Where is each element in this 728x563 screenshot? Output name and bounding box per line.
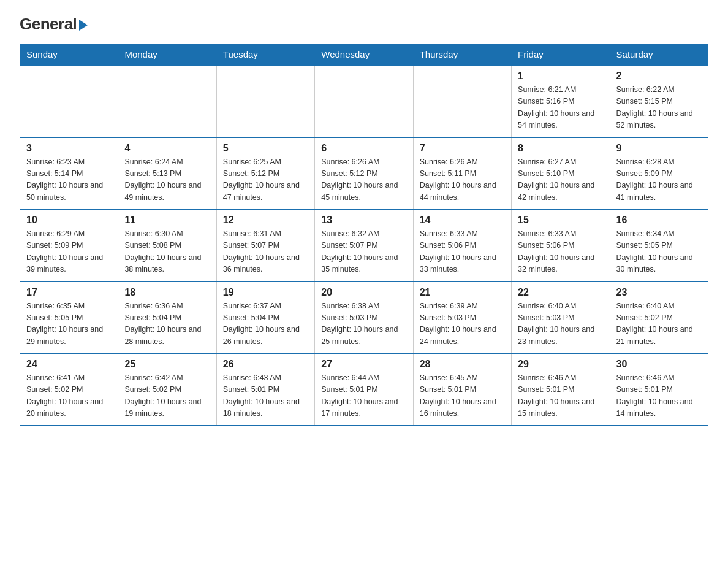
calendar-cell [20, 65, 118, 137]
calendar-cell: 20Sunrise: 6:38 AMSunset: 5:03 PMDayligh… [315, 282, 413, 354]
calendar-cell: 5Sunrise: 6:25 AMSunset: 5:12 PMDaylight… [216, 137, 314, 210]
calendar-cell: 22Sunrise: 6:40 AMSunset: 5:03 PMDayligh… [512, 282, 610, 354]
day-info: Sunrise: 6:46 AMSunset: 5:01 PMDaylight:… [518, 372, 603, 420]
day-info: Sunrise: 6:36 AMSunset: 5:04 PMDaylight:… [124, 301, 210, 348]
day-info: Sunrise: 6:29 AMSunset: 5:09 PMDaylight:… [26, 228, 112, 276]
calendar-cell: 25Sunrise: 6:42 AMSunset: 5:02 PMDayligh… [118, 353, 216, 426]
day-info: Sunrise: 6:46 AMSunset: 5:01 PMDaylight:… [616, 372, 702, 420]
day-number: 1 [518, 71, 603, 82]
calendar-cell: 11Sunrise: 6:30 AMSunset: 5:08 PMDayligh… [118, 209, 216, 282]
calendar-cell: 29Sunrise: 6:46 AMSunset: 5:01 PMDayligh… [512, 353, 610, 426]
calendar-week-3: 10Sunrise: 6:29 AMSunset: 5:09 PMDayligh… [20, 209, 708, 282]
calendar-cell [118, 65, 216, 137]
day-number: 12 [223, 215, 308, 226]
calendar-cell: 2Sunrise: 6:22 AMSunset: 5:15 PMDaylight… [610, 65, 708, 137]
day-number: 13 [321, 215, 406, 226]
day-number: 27 [321, 359, 406, 370]
day-info: Sunrise: 6:22 AMSunset: 5:15 PMDaylight:… [616, 84, 702, 132]
day-number: 21 [420, 287, 505, 298]
day-number: 24 [26, 359, 112, 370]
day-number: 14 [420, 215, 505, 226]
calendar-week-2: 3Sunrise: 6:23 AMSunset: 5:14 PMDaylight… [20, 137, 708, 210]
day-info: Sunrise: 6:28 AMSunset: 5:09 PMDaylight:… [616, 156, 702, 204]
calendar-cell: 27Sunrise: 6:44 AMSunset: 5:01 PMDayligh… [315, 353, 413, 426]
day-info: Sunrise: 6:30 AMSunset: 5:08 PMDaylight:… [124, 228, 210, 276]
day-info: Sunrise: 6:27 AMSunset: 5:10 PMDaylight:… [518, 156, 603, 204]
calendar-cell [315, 65, 413, 137]
day-info: Sunrise: 6:24 AMSunset: 5:13 PMDaylight:… [124, 156, 210, 204]
day-info: Sunrise: 6:26 AMSunset: 5:12 PMDaylight:… [321, 156, 406, 204]
day-info: Sunrise: 6:25 AMSunset: 5:12 PMDaylight:… [223, 156, 308, 204]
day-number: 9 [616, 143, 702, 154]
calendar-header-monday: Monday [118, 44, 216, 66]
calendar-cell: 16Sunrise: 6:34 AMSunset: 5:05 PMDayligh… [610, 209, 708, 282]
day-number: 28 [420, 359, 505, 370]
day-info: Sunrise: 6:40 AMSunset: 5:02 PMDaylight:… [616, 301, 702, 348]
day-info: Sunrise: 6:42 AMSunset: 5:02 PMDaylight:… [124, 372, 210, 420]
calendar-week-4: 17Sunrise: 6:35 AMSunset: 5:05 PMDayligh… [20, 282, 708, 354]
calendar-header-sunday: Sunday [20, 44, 118, 66]
day-number: 7 [420, 143, 505, 154]
day-info: Sunrise: 6:23 AMSunset: 5:14 PMDaylight:… [26, 156, 112, 204]
calendar-header-thursday: Thursday [413, 44, 511, 66]
day-number: 4 [124, 143, 210, 154]
calendar-cell: 18Sunrise: 6:36 AMSunset: 5:04 PMDayligh… [118, 282, 216, 354]
day-info: Sunrise: 6:32 AMSunset: 5:07 PMDaylight:… [321, 228, 406, 276]
day-number: 16 [616, 215, 702, 226]
calendar-cell: 10Sunrise: 6:29 AMSunset: 5:09 PMDayligh… [20, 209, 118, 282]
day-number: 25 [124, 359, 210, 370]
day-info: Sunrise: 6:45 AMSunset: 5:01 PMDaylight:… [420, 372, 505, 420]
day-info: Sunrise: 6:31 AMSunset: 5:07 PMDaylight:… [223, 228, 308, 276]
logo-arrow-icon [79, 20, 88, 31]
day-number: 22 [518, 287, 603, 298]
calendar-week-5: 24Sunrise: 6:41 AMSunset: 5:02 PMDayligh… [20, 353, 708, 426]
day-number: 10 [26, 215, 112, 226]
calendar-cell: 13Sunrise: 6:32 AMSunset: 5:07 PMDayligh… [315, 209, 413, 282]
calendar-cell: 4Sunrise: 6:24 AMSunset: 5:13 PMDaylight… [118, 137, 216, 210]
calendar-cell: 23Sunrise: 6:40 AMSunset: 5:02 PMDayligh… [610, 282, 708, 354]
day-number: 15 [518, 215, 603, 226]
calendar-header-row: SundayMondayTuesdayWednesdayThursdayFrid… [20, 44, 708, 66]
calendar-cell: 15Sunrise: 6:33 AMSunset: 5:06 PMDayligh… [512, 209, 610, 282]
calendar-cell: 26Sunrise: 6:43 AMSunset: 5:01 PMDayligh… [216, 353, 314, 426]
day-number: 30 [616, 359, 702, 370]
calendar-cell: 21Sunrise: 6:39 AMSunset: 5:03 PMDayligh… [413, 282, 511, 354]
calendar-cell: 14Sunrise: 6:33 AMSunset: 5:06 PMDayligh… [413, 209, 511, 282]
calendar-cell: 8Sunrise: 6:27 AMSunset: 5:10 PMDaylight… [512, 137, 610, 210]
day-info: Sunrise: 6:33 AMSunset: 5:06 PMDaylight:… [518, 228, 603, 276]
calendar-cell: 30Sunrise: 6:46 AMSunset: 5:01 PMDayligh… [610, 353, 708, 426]
day-info: Sunrise: 6:43 AMSunset: 5:01 PMDaylight:… [223, 372, 308, 420]
day-info: Sunrise: 6:38 AMSunset: 5:03 PMDaylight:… [321, 301, 406, 348]
day-info: Sunrise: 6:40 AMSunset: 5:03 PMDaylight:… [518, 301, 603, 348]
day-number: 11 [124, 215, 210, 226]
day-number: 2 [616, 71, 702, 82]
calendar-header-saturday: Saturday [610, 44, 708, 66]
calendar-cell: 28Sunrise: 6:45 AMSunset: 5:01 PMDayligh… [413, 353, 511, 426]
day-number: 29 [518, 359, 603, 370]
day-number: 26 [223, 359, 308, 370]
logo: General [20, 15, 88, 34]
page-header: General [20, 15, 708, 34]
day-info: Sunrise: 6:33 AMSunset: 5:06 PMDaylight:… [420, 228, 505, 276]
calendar-cell: 19Sunrise: 6:37 AMSunset: 5:04 PMDayligh… [216, 282, 314, 354]
calendar-cell: 24Sunrise: 6:41 AMSunset: 5:02 PMDayligh… [20, 353, 118, 426]
calendar-header-tuesday: Tuesday [216, 44, 314, 66]
day-number: 18 [124, 287, 210, 298]
day-number: 8 [518, 143, 603, 154]
day-info: Sunrise: 6:44 AMSunset: 5:01 PMDaylight:… [321, 372, 406, 420]
day-info: Sunrise: 6:41 AMSunset: 5:02 PMDaylight:… [26, 372, 112, 420]
calendar-cell: 3Sunrise: 6:23 AMSunset: 5:14 PMDaylight… [20, 137, 118, 210]
calendar-header-wednesday: Wednesday [315, 44, 413, 66]
day-info: Sunrise: 6:26 AMSunset: 5:11 PMDaylight:… [420, 156, 505, 204]
calendar-cell [216, 65, 314, 137]
calendar-cell: 7Sunrise: 6:26 AMSunset: 5:11 PMDaylight… [413, 137, 511, 210]
calendar-cell: 9Sunrise: 6:28 AMSunset: 5:09 PMDaylight… [610, 137, 708, 210]
logo-general-text: General [20, 15, 88, 34]
calendar-week-1: 1Sunrise: 6:21 AMSunset: 5:16 PMDaylight… [20, 65, 708, 137]
day-number: 5 [223, 143, 308, 154]
day-info: Sunrise: 6:39 AMSunset: 5:03 PMDaylight:… [420, 301, 505, 348]
day-number: 19 [223, 287, 308, 298]
day-info: Sunrise: 6:37 AMSunset: 5:04 PMDaylight:… [223, 301, 308, 348]
day-info: Sunrise: 6:35 AMSunset: 5:05 PMDaylight:… [26, 301, 112, 348]
calendar-cell: 6Sunrise: 6:26 AMSunset: 5:12 PMDaylight… [315, 137, 413, 210]
